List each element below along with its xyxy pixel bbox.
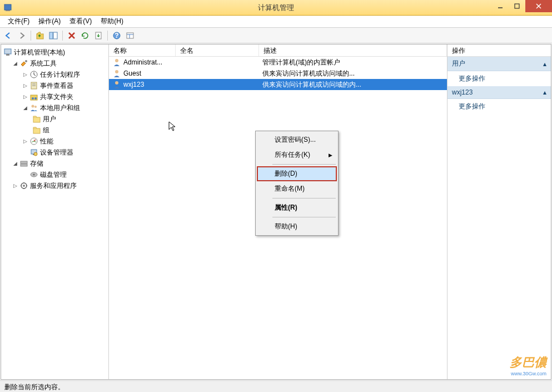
- submenu-arrow-icon: ▶: [329, 152, 332, 158]
- tree-groups[interactable]: 组: [1, 125, 108, 136]
- ctx-all-tasks[interactable]: 所有任务(K) ▶: [257, 147, 337, 162]
- user-icon: [112, 58, 121, 67]
- expand-icon[interactable]: ▷: [22, 94, 28, 100]
- collapse-icon[interactable]: ◢: [12, 161, 18, 167]
- tree-label: 磁盘管理: [40, 170, 67, 180]
- navigation-tree[interactable]: 计算机管理(本地) ◢ 系统工具 ▷ 任务计划程序 ▷ 事件查看器 ▷ 共享文件…: [1, 44, 109, 379]
- export-button[interactable]: [92, 29, 105, 42]
- tree-users[interactable]: 用户: [1, 113, 108, 125]
- back-button[interactable]: [2, 29, 14, 42]
- list-row[interactable]: Administrat...管理计算机(域)的内置帐户: [109, 57, 447, 68]
- actions-panel: 操作 用户 ▴ 更多操作 wxj123 ▴ 更多操作: [447, 44, 551, 379]
- tree-shared-folders[interactable]: ▷ 共享文件夹: [1, 91, 108, 102]
- help-button[interactable]: ?: [111, 29, 123, 42]
- folder-icon: [32, 126, 41, 135]
- minimize-button[interactable]: [492, 0, 509, 12]
- svg-rect-39: [21, 164, 27, 166]
- disk-icon: [29, 170, 38, 179]
- show-hide-tree-button[interactable]: [47, 29, 59, 42]
- svg-rect-17: [4, 49, 11, 54]
- col-description[interactable]: 描述: [259, 44, 447, 56]
- actions-section-users[interactable]: 用户 ▴: [447, 57, 551, 71]
- tree-local-users[interactable]: ◢ 本地用户和组: [1, 102, 108, 113]
- collapse-icon[interactable]: ◢: [12, 61, 18, 67]
- menu-view[interactable]: 查看(V): [65, 16, 96, 27]
- tree-performance[interactable]: ▷ 性能: [1, 136, 108, 147]
- menu-action[interactable]: 操作(A): [34, 16, 65, 27]
- ctx-delete[interactable]: 删除(D): [257, 166, 337, 181]
- svg-rect-7: [49, 32, 53, 39]
- tree-task-scheduler[interactable]: ▷ 任务计划程序: [1, 69, 108, 80]
- expand-icon[interactable]: ▷: [22, 138, 28, 145]
- user-list-panel: 名称 全名 描述 Administrat...管理计算机(域)的内置帐户Gues…: [109, 44, 447, 379]
- computer-icon: [3, 48, 12, 57]
- tree-label: 存储: [30, 159, 43, 168]
- svg-point-29: [32, 105, 34, 108]
- tree-storage[interactable]: ◢ 存储: [1, 158, 108, 169]
- section-label: 用户: [452, 59, 465, 68]
- user-icon: [112, 69, 121, 78]
- list-row[interactable]: Guest供来宾访问计算机或访问域的...: [109, 68, 447, 79]
- ctx-properties[interactable]: 属性(R): [257, 200, 337, 215]
- actions-section-selected[interactable]: wxj123 ▴: [447, 86, 551, 99]
- cell-description: 供来宾访问计算机或访问域的...: [259, 69, 447, 78]
- up-button[interactable]: [34, 29, 46, 42]
- col-name[interactable]: 名称: [109, 44, 176, 56]
- ctx-separator: [272, 198, 336, 199]
- actions-more-users[interactable]: 更多操作: [447, 71, 551, 86]
- tree-root[interactable]: 计算机管理(本地): [1, 47, 108, 58]
- list-header: 名称 全名 描述: [109, 44, 447, 57]
- collapse-icon[interactable]: ◢: [22, 105, 28, 111]
- tree-disk-management[interactable]: ▷ 磁盘管理: [1, 169, 108, 180]
- tree-label: 计算机管理(本地): [14, 48, 65, 57]
- ctx-rename[interactable]: 重命名(M): [257, 181, 337, 196]
- expand-icon[interactable]: ▷: [22, 83, 28, 89]
- app-icon: [3, 3, 12, 12]
- close-button[interactable]: [525, 0, 552, 12]
- refresh-button[interactable]: [79, 29, 91, 42]
- expand-icon[interactable]: ▷: [22, 72, 28, 78]
- ctx-set-password[interactable]: 设置密码(S)...: [257, 132, 337, 147]
- menu-file[interactable]: 文件(F): [3, 16, 34, 27]
- svg-rect-32: [33, 128, 40, 133]
- svg-rect-18: [6, 54, 9, 56]
- ctx-help[interactable]: 帮助(H): [257, 219, 337, 234]
- expand-icon[interactable]: ▷: [12, 183, 18, 189]
- cell-name: Administrat...: [123, 58, 162, 66]
- tree-label: 任务计划程序: [40, 70, 80, 80]
- status-text: 删除当前所选内容。: [4, 383, 64, 391]
- svg-point-45: [115, 70, 118, 73]
- forward-button[interactable]: [16, 29, 28, 42]
- tree-event-viewer[interactable]: ▷ 事件查看器: [1, 80, 108, 91]
- collapse-arrow-icon: ▴: [543, 60, 546, 68]
- svg-rect-3: [515, 4, 519, 8]
- toolbar-separator: [31, 31, 31, 41]
- toolbar: ?: [0, 28, 552, 43]
- svg-rect-14: [127, 33, 133, 38]
- tree-services[interactable]: ▷ 服务和应用程序: [1, 180, 108, 191]
- cell-name: Guest: [123, 70, 141, 77]
- properties-button[interactable]: [124, 29, 136, 42]
- tree-device-manager[interactable]: ▷ 设备管理器: [1, 147, 108, 158]
- user-icon: [112, 80, 121, 89]
- svg-point-44: [115, 59, 118, 62]
- actions-more-selected[interactable]: 更多操作: [447, 99, 551, 114]
- ctx-separator: [272, 217, 336, 217]
- tree-system-tools[interactable]: ◢ 系统工具: [1, 58, 108, 69]
- maximize-button[interactable]: [509, 0, 525, 12]
- tree-label: 本地用户和组: [40, 103, 80, 113]
- services-icon: [19, 181, 28, 190]
- menubar: 文件(F) 操作(A) 查看(V) 帮助(H): [0, 16, 552, 28]
- collapse-arrow-icon: ▴: [543, 88, 546, 96]
- tree-label: 服务和应用程序: [30, 181, 77, 191]
- folder-icon: [32, 115, 41, 123]
- cell-description: 管理计算机(域)的内置帐户: [259, 58, 447, 67]
- list-row[interactable]: wxj123供来宾访问计算机或访问域的内...: [109, 79, 447, 90]
- tree-label: 系统工具: [30, 59, 57, 68]
- menu-help[interactable]: 帮助(H): [96, 16, 128, 27]
- delete-button[interactable]: [66, 29, 78, 42]
- titlebar: 计算机管理: [0, 0, 552, 16]
- svg-point-46: [115, 81, 118, 85]
- toolbar-separator: [62, 31, 63, 41]
- col-fullname[interactable]: 全名: [176, 44, 259, 56]
